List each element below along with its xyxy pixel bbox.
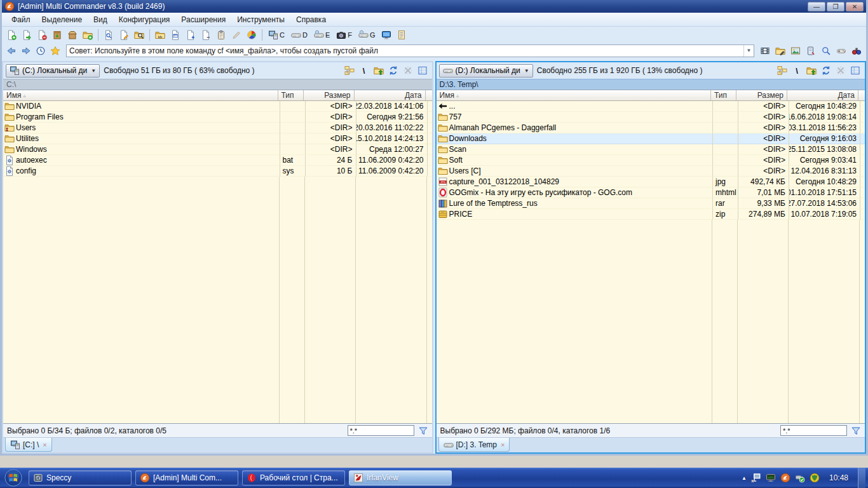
- picture-button[interactable]: [789, 44, 802, 57]
- file-row[interactable]: Soft<DIR>Сегодня 9:03:41: [437, 155, 865, 166]
- menu-item-1[interactable]: Выделение: [36, 14, 88, 25]
- menu-item-5[interactable]: Инструменты: [231, 14, 290, 25]
- drive-g-button[interactable]: G: [356, 28, 378, 41]
- folder-tree-button[interactable]: [344, 65, 355, 76]
- right-panel-tab[interactable]: [D:] 3. Temp ×: [438, 438, 510, 452]
- taskbar-button-0[interactable]: Speccy: [29, 470, 132, 485]
- restore-button[interactable]: ❐: [827, 2, 844, 11]
- clipboard-button[interactable]: [214, 28, 228, 41]
- copy-file-button[interactable]: [20, 28, 34, 41]
- disconnect-button[interactable]: [402, 65, 414, 76]
- notes-button[interactable]: [395, 28, 409, 41]
- left-panel-tab[interactable]: [C:] \ ×: [5, 438, 52, 452]
- close-button[interactable]: ✕: [846, 2, 864, 11]
- find-files-button[interactable]: [132, 28, 146, 41]
- menu-item-0[interactable]: Файл: [6, 14, 36, 25]
- up-folder-button[interactable]: [806, 65, 817, 76]
- file-row[interactable]: Program Files<DIR>Сегодня 9:21:56: [3, 112, 432, 123]
- left-drive-selector[interactable]: (C:) Локальный ди ▼: [6, 64, 100, 78]
- delete-file-button[interactable]: [35, 28, 49, 41]
- column-header-размер[interactable]: Размер: [304, 90, 355, 100]
- refresh-button[interactable]: [388, 65, 399, 76]
- file-row[interactable]: Users [C]<DIR>12.04.2016 8:31:13: [437, 166, 865, 177]
- new-folder-button[interactable]: [81, 28, 95, 41]
- grid-view-button[interactable]: [417, 65, 428, 76]
- pencil-button[interactable]: [229, 28, 243, 41]
- monitor-button[interactable]: [379, 28, 393, 41]
- drive-e-button[interactable]: E: [311, 28, 332, 41]
- history-button[interactable]: [34, 44, 47, 57]
- start-button[interactable]: [0, 468, 27, 488]
- menu-item-4[interactable]: Расширения: [175, 14, 231, 25]
- left-tab-close-icon[interactable]: ×: [43, 441, 46, 449]
- shield-icon[interactable]: [810, 473, 820, 483]
- viewer-button[interactable]: [850, 44, 863, 57]
- right-path-bar[interactable]: D:\3. Temp\: [437, 79, 865, 90]
- new-file-button[interactable]: [4, 28, 18, 41]
- mc-tray-icon[interactable]: [780, 473, 790, 483]
- display-icon[interactable]: [766, 473, 776, 483]
- search-button[interactable]: [820, 44, 832, 57]
- file-row[interactable]: Windows<DIR>Среда 12:00:27: [3, 144, 432, 155]
- kb-folder-button[interactable]: kb: [153, 28, 167, 41]
- column-header-дата[interactable]: Дата: [787, 90, 858, 100]
- taskbar-button-2[interactable]: Рабочий стол | Стра...: [242, 470, 345, 485]
- hidden-icons-arrow[interactable]: ▲: [742, 475, 747, 481]
- file-row[interactable]: NVIDIA<DIR>22.03.2018 14:41:06: [3, 101, 432, 112]
- file-row[interactable]: Users<DIR>20.03.2016 11:02:22: [3, 123, 432, 133]
- menu-item-2[interactable]: Вид: [88, 14, 113, 25]
- taskbar-button-3[interactable]: IrfanView: [349, 470, 452, 485]
- column-header-тип[interactable]: Тип: [711, 90, 736, 100]
- file-row[interactable]: 757<DIR>16.06.2018 19:08:14: [437, 112, 865, 123]
- calendar-file-button[interactable]: 1..: [168, 28, 182, 41]
- column-header-имя[interactable]: Имя▵: [437, 90, 712, 100]
- drive-d-button[interactable]: D: [288, 28, 310, 41]
- favorites-button[interactable]: [49, 44, 62, 57]
- grid-view-button[interactable]: [850, 65, 861, 76]
- pack-button[interactable]: [50, 28, 64, 41]
- right-filter-input[interactable]: [780, 425, 847, 436]
- file-row[interactable]: PRICEzip274,89 МБ10.07.2018 7:19:05: [437, 209, 865, 220]
- menu-item-6[interactable]: Справка: [290, 14, 332, 25]
- folder-edit-button[interactable]: [774, 44, 787, 57]
- forward-button[interactable]: [20, 44, 32, 57]
- minimize-button[interactable]: —: [808, 2, 825, 11]
- menu-item-3[interactable]: Конфигурация: [113, 14, 176, 25]
- file-row[interactable]: autoexecbat24 Б11.06.2009 0:42:20: [3, 155, 432, 166]
- empty-list-area[interactable]: [437, 220, 865, 423]
- file-row[interactable]: Utilites<DIR>15.10.2018 14:24:13: [3, 133, 432, 144]
- left-filter-funnel-icon[interactable]: [418, 426, 428, 436]
- usb-icon[interactable]: [795, 473, 805, 483]
- drive-c-button[interactable]: C: [266, 28, 287, 41]
- column-header-размер[interactable]: Размер: [736, 90, 787, 100]
- root-button[interactable]: \: [791, 65, 803, 76]
- up-folder-button[interactable]: [373, 65, 384, 76]
- empty-list-area[interactable]: [3, 177, 432, 423]
- file-row[interactable]: configsys10 Б11.06.2009 0:42:20: [3, 166, 432, 177]
- file-row[interactable]: Almanah PCgemes - Daggerfall<DIR>03.11.2…: [437, 123, 865, 133]
- file-row[interactable]: Scan<DIR>25.11.2015 13:08:08: [437, 144, 865, 155]
- file-row[interactable]: GOGmix - На эту игру есть русификатор - …: [437, 187, 865, 198]
- file-row[interactable]: ...<DIR>Сегодня 10:48:29: [437, 101, 865, 112]
- column-header-тип[interactable]: Тип: [278, 90, 304, 100]
- column-header-дата[interactable]: Дата: [355, 90, 426, 100]
- command-dropdown-icon[interactable]: ▼: [743, 45, 754, 57]
- edit-file-button[interactable]: [117, 28, 131, 41]
- right-drive-selector[interactable]: (D:) Локальный ди ▼: [439, 64, 533, 78]
- tablet-button[interactable]: [804, 44, 817, 57]
- titlebar[interactable]: [Admin] Multi Commander v8.3 (build 2469…: [2, 0, 866, 13]
- column-header-имя[interactable]: Имя▵: [3, 90, 278, 100]
- network-icon[interactable]: [751, 473, 761, 483]
- gamepad-button[interactable]: [835, 44, 848, 57]
- taskbar-button-1[interactable]: [Admin] Multi Com...: [135, 470, 238, 485]
- folder-tree-button[interactable]: [776, 65, 788, 76]
- right-tab-close-icon[interactable]: ×: [501, 441, 505, 449]
- taskbar-clock[interactable]: 10:48: [824, 473, 853, 482]
- sub-file-button[interactable]: [199, 28, 213, 41]
- drive-f-button[interactable]: F: [334, 28, 355, 41]
- file-row[interactable]: Downloads<DIR>Сегодня 9:16:03: [437, 133, 865, 144]
- show-desktop-button[interactable]: [858, 468, 865, 488]
- add-file-button[interactable]: [184, 28, 198, 41]
- root-button[interactable]: \: [358, 65, 370, 76]
- colors-button[interactable]: [245, 28, 259, 41]
